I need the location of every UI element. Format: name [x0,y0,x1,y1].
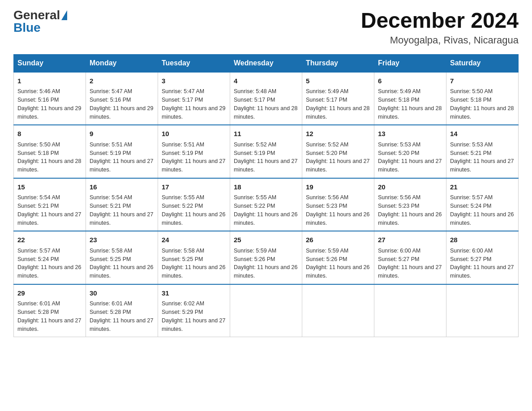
day-number: 19 [306,182,370,193]
calendar-week-row: 29Sunrise: 6:01 AMSunset: 5:28 PMDayligh… [14,284,519,337]
location-subtitle: Moyogalpa, Rivas, Nicaragua [361,34,519,46]
table-row: 16Sunrise: 5:54 AMSunset: 5:21 PMDayligh… [86,178,158,231]
table-row: 23Sunrise: 5:58 AMSunset: 5:25 PMDayligh… [86,231,158,284]
day-info: Sunrise: 5:57 AMSunset: 5:24 PMDaylight:… [17,247,82,280]
day-number: 2 [90,76,154,86]
col-monday: Monday [86,54,158,72]
day-info: Sunrise: 5:51 AMSunset: 5:19 PMDaylight:… [162,141,226,174]
logo-general-text: General [13,9,60,21]
day-number: 24 [162,235,226,245]
table-row [446,284,519,337]
table-row: 15Sunrise: 5:54 AMSunset: 5:21 PMDayligh… [14,178,86,231]
day-info: Sunrise: 6:00 AMSunset: 5:27 PMDaylight:… [378,247,442,280]
day-info: Sunrise: 5:47 AMSunset: 5:17 PMDaylight:… [162,87,226,121]
table-row: 18Sunrise: 5:55 AMSunset: 5:22 PMDayligh… [230,178,302,231]
day-info: Sunrise: 5:56 AMSunset: 5:23 PMDaylight:… [306,193,370,227]
day-info: Sunrise: 5:51 AMSunset: 5:19 PMDaylight:… [90,141,154,174]
table-row: 1Sunrise: 5:46 AMSunset: 5:16 PMDaylight… [14,72,86,125]
calendar-week-row: 1Sunrise: 5:46 AMSunset: 5:16 PMDaylight… [14,72,519,125]
table-row [230,284,302,337]
table-row: 25Sunrise: 5:59 AMSunset: 5:26 PMDayligh… [230,231,302,284]
day-info: Sunrise: 5:49 AMSunset: 5:17 PMDaylight:… [306,87,370,121]
table-row: 13Sunrise: 5:53 AMSunset: 5:20 PMDayligh… [374,125,446,178]
table-row: 17Sunrise: 5:55 AMSunset: 5:22 PMDayligh… [158,178,230,231]
day-number: 26 [306,235,370,245]
table-row: 31Sunrise: 6:02 AMSunset: 5:29 PMDayligh… [158,284,230,337]
table-row: 21Sunrise: 5:57 AMSunset: 5:24 PMDayligh… [446,178,519,231]
day-number: 23 [90,235,154,245]
table-row: 28Sunrise: 6:00 AMSunset: 5:27 PMDayligh… [446,231,519,284]
day-number: 5 [306,76,370,86]
col-tuesday: Tuesday [158,54,230,72]
day-info: Sunrise: 5:59 AMSunset: 5:26 PMDaylight:… [234,247,298,280]
table-row: 12Sunrise: 5:52 AMSunset: 5:20 PMDayligh… [302,125,374,178]
calendar-title: December 2024 [361,9,519,33]
calendar-header-row: Sunday Monday Tuesday Wednesday Thursday… [14,54,519,72]
table-row: 2Sunrise: 5:47 AMSunset: 5:16 PMDaylight… [86,72,158,125]
day-info: Sunrise: 5:50 AMSunset: 5:18 PMDaylight:… [450,87,515,121]
day-number: 3 [162,76,226,86]
logo-triangle-icon [61,10,67,20]
day-number: 1 [17,76,82,86]
day-number: 20 [378,182,442,193]
calendar-week-row: 15Sunrise: 5:54 AMSunset: 5:21 PMDayligh… [14,178,519,231]
col-sunday: Sunday [14,54,86,72]
col-saturday: Saturday [446,54,519,72]
day-number: 31 [162,288,226,299]
table-row [374,284,446,337]
table-row: 3Sunrise: 5:47 AMSunset: 5:17 PMDaylight… [158,72,230,125]
table-row: 20Sunrise: 5:56 AMSunset: 5:23 PMDayligh… [374,178,446,231]
day-info: Sunrise: 5:58 AMSunset: 5:25 PMDaylight:… [90,247,154,280]
day-number: 28 [450,235,515,245]
table-row: 24Sunrise: 5:58 AMSunset: 5:25 PMDayligh… [158,231,230,284]
day-info: Sunrise: 5:58 AMSunset: 5:25 PMDaylight:… [162,247,226,280]
day-number: 18 [234,182,298,193]
day-number: 27 [378,235,442,245]
day-info: Sunrise: 5:53 AMSunset: 5:20 PMDaylight:… [378,141,442,174]
day-number: 14 [450,129,515,139]
day-number: 12 [306,129,370,139]
day-info: Sunrise: 6:00 AMSunset: 5:27 PMDaylight:… [450,247,515,280]
day-number: 15 [17,182,82,193]
day-info: Sunrise: 6:02 AMSunset: 5:29 PMDaylight:… [162,300,226,333]
day-info: Sunrise: 5:48 AMSunset: 5:17 PMDaylight:… [234,87,298,121]
day-info: Sunrise: 5:53 AMSunset: 5:21 PMDaylight:… [450,141,515,174]
day-number: 8 [17,129,82,139]
day-info: Sunrise: 5:49 AMSunset: 5:18 PMDaylight:… [378,87,442,121]
table-row: 6Sunrise: 5:49 AMSunset: 5:18 PMDaylight… [374,72,446,125]
day-number: 17 [162,182,226,193]
table-row: 26Sunrise: 5:59 AMSunset: 5:26 PMDayligh… [302,231,374,284]
calendar-table: Sunday Monday Tuesday Wednesday Thursday… [13,54,519,338]
day-number: 16 [90,182,154,193]
day-info: Sunrise: 6:01 AMSunset: 5:28 PMDaylight:… [90,300,154,333]
table-row: 27Sunrise: 6:00 AMSunset: 5:27 PMDayligh… [374,231,446,284]
day-number: 21 [450,182,515,193]
day-number: 10 [162,129,226,139]
day-number: 25 [234,235,298,245]
table-row: 7Sunrise: 5:50 AMSunset: 5:18 PMDaylight… [446,72,519,125]
table-row: 4Sunrise: 5:48 AMSunset: 5:17 PMDaylight… [230,72,302,125]
table-row: 29Sunrise: 6:01 AMSunset: 5:28 PMDayligh… [14,284,86,337]
day-info: Sunrise: 6:01 AMSunset: 5:28 PMDaylight:… [17,300,82,333]
table-row: 9Sunrise: 5:51 AMSunset: 5:19 PMDaylight… [86,125,158,178]
table-row: 19Sunrise: 5:56 AMSunset: 5:23 PMDayligh… [302,178,374,231]
day-number: 30 [90,288,154,299]
day-number: 7 [450,76,515,86]
calendar-week-row: 22Sunrise: 5:57 AMSunset: 5:24 PMDayligh… [14,231,519,284]
table-row: 11Sunrise: 5:52 AMSunset: 5:19 PMDayligh… [230,125,302,178]
day-info: Sunrise: 5:59 AMSunset: 5:26 PMDaylight:… [306,247,370,280]
table-row [302,284,374,337]
day-info: Sunrise: 5:52 AMSunset: 5:19 PMDaylight:… [234,141,298,174]
table-row: 10Sunrise: 5:51 AMSunset: 5:19 PMDayligh… [158,125,230,178]
day-info: Sunrise: 5:54 AMSunset: 5:21 PMDaylight:… [17,193,82,227]
day-info: Sunrise: 5:57 AMSunset: 5:24 PMDaylight:… [450,193,515,227]
logo: General Blue [13,9,67,34]
table-row: 5Sunrise: 5:49 AMSunset: 5:17 PMDaylight… [302,72,374,125]
day-info: Sunrise: 5:46 AMSunset: 5:16 PMDaylight:… [17,87,82,121]
day-number: 29 [17,288,82,299]
day-info: Sunrise: 5:52 AMSunset: 5:20 PMDaylight:… [306,141,370,174]
table-row: 30Sunrise: 6:01 AMSunset: 5:28 PMDayligh… [86,284,158,337]
title-area: December 2024 Moyogalpa, Rivas, Nicaragu… [361,9,519,46]
calendar-week-row: 8Sunrise: 5:50 AMSunset: 5:18 PMDaylight… [14,125,519,178]
day-number: 4 [234,76,298,86]
